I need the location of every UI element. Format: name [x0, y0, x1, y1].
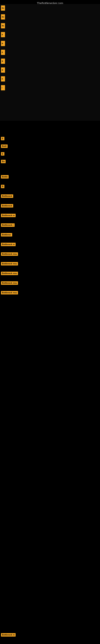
bar-label: B — [1, 68, 5, 73]
result-item: Bottleneck re — [1, 214, 16, 217]
result-item: Bottlenec — [1, 233, 12, 236]
bar-label: E — [1, 32, 5, 37]
bar-label: E — [1, 50, 5, 55]
bar-label: I — [1, 85, 5, 90]
chart-bar-row: B — [1, 40, 5, 47]
result-item: Bo — [1, 160, 6, 163]
bar-label: E — [1, 76, 5, 82]
result-item: B — [1, 185, 4, 188]
chart-bar-row: Ba — [1, 22, 5, 29]
chart-bar-row: B — [1, 67, 5, 73]
chart-bar-row: B — [1, 58, 5, 64]
bar-label: Bo — [1, 14, 5, 20]
chart-area: BoBoBaEBEBBEI — [0, 5, 100, 122]
result-item: Bottleneck re — [1, 633, 16, 636]
chart-bar-row: Bo — [1, 14, 5, 20]
result-item: Bottleneck r — [1, 224, 15, 227]
bar-label: B — [1, 58, 5, 64]
chart-bar-row: Bo — [1, 5, 5, 11]
chart-bar-row: E — [1, 49, 5, 56]
result-item: Bottle — [1, 175, 9, 178]
result-item: Bottleneck — [1, 194, 13, 198]
result-item: Bottl — [1, 144, 8, 148]
bar-label: Bo — [1, 6, 5, 11]
result-item: E — [1, 152, 4, 156]
bar-label: B — [1, 41, 5, 46]
result-item: Bottleneck — [1, 204, 13, 208]
result-item: Bottleneck resu — [1, 281, 18, 285]
result-item: Bottleneck resu — [1, 272, 18, 275]
result-item: Bottleneck re — [1, 243, 16, 246]
bar-label: Ba — [1, 23, 5, 28]
chart-bar-row: E — [1, 76, 5, 82]
result-item: Bottleneck resu — [1, 252, 18, 256]
result-item: Bottleneck resu — [1, 262, 18, 266]
result-item: E — [1, 137, 4, 140]
chart-bar-row: E — [1, 32, 5, 38]
result-item: Bottleneck resu — [1, 291, 18, 294]
chart-bar-row: I — [1, 84, 5, 91]
